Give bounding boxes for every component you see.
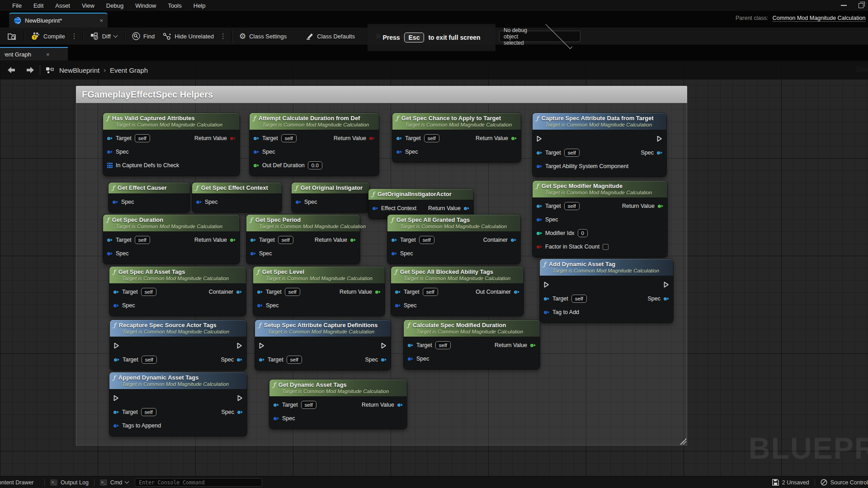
blueprint-node[interactable]: ƒRecapture Spec Source Actor TagsTarget … (110, 320, 246, 370)
object-light-pin[interactable] (254, 137, 259, 140)
pin-value-chip[interactable]: self (435, 341, 451, 349)
pin-value-chip[interactable]: self (423, 288, 438, 296)
exec-pin[interactable] (381, 343, 387, 349)
object-pin[interactable] (537, 165, 542, 168)
object-light-pin[interactable] (113, 291, 119, 294)
exec-pin[interactable] (664, 282, 669, 288)
blueprint-node[interactable]: ƒGet Spec All Granted TagsTarget is Comm… (387, 215, 520, 264)
exec-pin[interactable] (259, 343, 264, 349)
close-icon[interactable]: × (46, 51, 50, 58)
blueprint-node[interactable]: ƒGet Spec DurationTarget is Common Mod M… (103, 215, 240, 264)
object-light-pin[interactable] (464, 207, 469, 210)
object-pin[interactable] (392, 252, 397, 255)
content-drawer-button[interactable]: Content Drawer (0, 479, 39, 486)
object-pin[interactable] (296, 201, 301, 204)
node-header[interactable]: ƒAdd Dynamic Asset TagTarget is Common M… (540, 259, 673, 276)
forward-button[interactable] (24, 66, 34, 74)
node-header[interactable]: ƒGet Spec Effect Context (192, 183, 282, 193)
blueprint-node[interactable]: ƒAttempt Calculate Duration from DefTarg… (250, 113, 379, 176)
object-light-pin[interactable] (397, 404, 403, 407)
pin-value-chip[interactable]: 0 (578, 229, 588, 237)
node-header[interactable]: ƒSetup Spec Attribute Capture Definition… (255, 320, 391, 337)
blueprint-node[interactable]: ƒGet Spec Modifier MagnitudeTarget is Co… (533, 181, 667, 257)
pin-value-chip[interactable]: self (141, 288, 156, 296)
float-pin[interactable] (375, 291, 381, 294)
blueprint-node[interactable]: ƒHas Valid Captured AttributesTarget is … (103, 113, 240, 176)
pin-value-chip[interactable]: self (135, 134, 150, 142)
menu-help[interactable]: Help (188, 2, 212, 9)
source-control-button[interactable]: Source Control (821, 479, 868, 486)
object-light-pin[interactable] (107, 137, 113, 140)
node-header[interactable]: ƒGet Spec PeriodTarget is Common Mod Mag… (246, 215, 360, 231)
exec-pin[interactable] (237, 343, 242, 349)
console-command-input[interactable] (135, 478, 262, 487)
object-pin[interactable] (396, 150, 402, 154)
blueprint-node[interactable]: ƒGet Spec Effect ContextSpec (192, 183, 282, 212)
blueprint-node[interactable]: ƒGet Dynamic Asset TagsTarget is Common … (269, 380, 407, 429)
blueprint-node[interactable]: ƒGet Spec PeriodTarget is Common Mod Mag… (246, 215, 360, 264)
blueprint-node[interactable]: ƒGet Original InstigatorSpec (292, 183, 369, 212)
breadcrumb-current[interactable]: Event Graph (110, 66, 148, 74)
event-graph-canvas[interactable]: FGameplayEffectSpec Helpers ƒHas Valid C… (0, 61, 868, 476)
exec-pin[interactable] (237, 395, 243, 401)
float-pin[interactable] (658, 205, 663, 208)
close-icon[interactable]: × (99, 17, 103, 24)
minimize-icon[interactable] (841, 5, 847, 6)
pin-value-chip[interactable]: self (278, 236, 293, 244)
pin-value-chip[interactable]: self (571, 295, 587, 303)
exec-pin[interactable] (113, 395, 119, 401)
parent-class-link[interactable]: Common Mod Magnitude Calculation (773, 15, 866, 22)
pin-value-chip[interactable]: self (564, 149, 580, 157)
node-header[interactable]: ƒGet Spec All Granted TagsTarget is Comm… (387, 215, 520, 231)
pin-value-chip[interactable]: self (424, 134, 439, 142)
debug-object-select[interactable]: No debug object selected (499, 31, 580, 42)
hide-unrelated-button[interactable]: Hide Unrelated (159, 28, 218, 45)
menu-view[interactable]: View (76, 2, 100, 9)
object-pin[interactable] (257, 304, 263, 307)
node-header[interactable]: ƒGet Dynamic Asset TagsTarget is Common … (269, 380, 407, 396)
diff-button[interactable]: Diff (86, 28, 121, 45)
node-header[interactable]: ƒCalculate Spec Modified DurationTarget … (404, 320, 540, 337)
compile-options-icon[interactable]: ⋮ (69, 32, 80, 40)
open-asset-button[interactable] (4, 28, 21, 45)
menu-file[interactable]: File (6, 2, 28, 9)
blueprint-node[interactable]: ƒAppend Dynamic Asset TagsTarget is Comm… (109, 372, 247, 436)
comment-header[interactable]: FGameplayEffectSpec Helpers (76, 86, 687, 103)
pin-value-chip[interactable]: 0.0 (308, 161, 322, 169)
blueprint-node[interactable]: ƒGet Spec All Asset TagsTarget is Common… (109, 267, 246, 316)
object-pin[interactable] (408, 357, 413, 361)
menu-tools[interactable]: Tools (162, 2, 187, 9)
object-light-pin[interactable] (392, 239, 397, 242)
class-defaults-button[interactable]: Class Defaults (302, 28, 359, 45)
node-header[interactable]: ƒGet Spec All Blocked Ability TagsTarget… (391, 267, 524, 283)
object-light-pin[interactable] (236, 291, 242, 294)
exec-pin[interactable] (544, 282, 549, 288)
exec-pin[interactable] (537, 136, 542, 142)
node-header[interactable]: ƒGet Spec All Asset TagsTarget is Common… (109, 267, 246, 283)
object-light-pin[interactable] (237, 411, 243, 414)
bool-pin[interactable] (369, 137, 375, 140)
float-pin[interactable] (230, 239, 236, 242)
output-log-button[interactable]: >_ Output Log (50, 479, 89, 486)
menu-asset[interactable]: Asset (49, 2, 76, 9)
exec-pin[interactable] (114, 343, 119, 349)
bool-pin[interactable] (537, 245, 542, 249)
pin-value-chip[interactable]: self (285, 288, 300, 296)
blueprint-node[interactable]: ƒGet Effect CauserSpec (108, 183, 190, 212)
pin-value-chip[interactable]: self (301, 401, 316, 409)
float-pin[interactable] (254, 164, 259, 167)
pin-value-chip[interactable]: self (141, 408, 156, 416)
object-light-pin[interactable] (511, 239, 516, 242)
breadcrumb-root[interactable]: NewBlueprint (59, 66, 99, 74)
object-light-pin[interactable] (396, 137, 402, 140)
object-pin[interactable] (274, 417, 279, 420)
node-header[interactable]: ƒGet Effect Causer (108, 183, 190, 193)
object-light-pin[interactable] (259, 358, 264, 361)
object-pin[interactable] (107, 150, 113, 154)
object-pin[interactable] (107, 252, 113, 255)
object-light-pin[interactable] (250, 239, 256, 242)
class-settings-button[interactable]: ⚙ Class Settings (235, 28, 291, 45)
object-light-pin[interactable] (237, 358, 242, 361)
node-header[interactable]: ƒGetOriginalInstigatorActor (368, 189, 473, 200)
exec-pin[interactable] (657, 136, 662, 142)
